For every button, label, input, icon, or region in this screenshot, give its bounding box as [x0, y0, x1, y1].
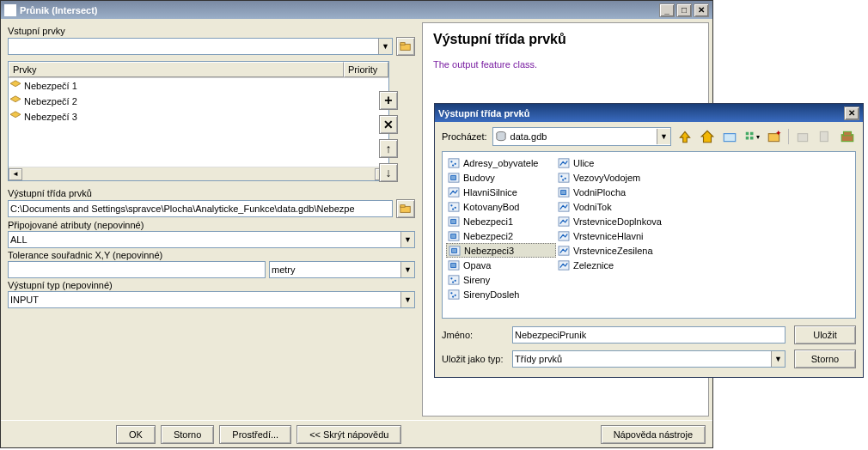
- type-label: Uložit jako typ:: [442, 354, 504, 364]
- svg-rect-39: [559, 173, 569, 181]
- chevron-down-icon[interactable]: ▼: [400, 232, 414, 247]
- svg-point-32: [455, 279, 456, 281]
- browse-output-button[interactable]: [396, 199, 415, 218]
- add-button[interactable]: +: [379, 91, 398, 110]
- list-item[interactable]: Ulice: [556, 155, 666, 170]
- window-icon: [4, 4, 16, 16]
- chevron-down-icon[interactable]: ▼: [771, 351, 785, 367]
- svg-rect-34: [449, 289, 459, 298]
- svg-point-35: [450, 292, 452, 294]
- parameters-pane: Vstupní prvky ▼ Prvky Priority Nebezpečí…: [1, 19, 422, 420]
- list-item[interactable]: Sireny: [446, 272, 556, 287]
- type-dropdown[interactable]: Třídy prvků ▼: [512, 350, 785, 368]
- minimize-button[interactable]: _: [659, 3, 675, 17]
- save-titlebar: Výstupní třída prvků ✕: [435, 104, 863, 122]
- list-item[interactable]: VrstevniceZesilena: [556, 243, 666, 258]
- svg-point-31: [450, 277, 452, 279]
- ok-button[interactable]: OK: [116, 425, 156, 444]
- file-list[interactable]: Adresy_obyvateleBudovyHlavniSilniceKotov…: [442, 151, 856, 319]
- file-name: Zeleznice: [573, 260, 614, 271]
- svg-text:✦: ✦: [775, 129, 782, 137]
- file-name: Adresy_obyvatele: [463, 158, 538, 168]
- input-features-dropdown[interactable]: ▼: [8, 38, 393, 55]
- file-name: Nebezpeci1: [463, 216, 513, 227]
- row-name: Nebezpečí 3: [22, 112, 344, 122]
- up-one-level-icon[interactable]: [676, 128, 694, 145]
- list-item[interactable]: SirenyDosleh: [446, 287, 556, 301]
- maximize-button[interactable]: □: [676, 3, 692, 17]
- window-title: Průnik (Intersect): [20, 5, 97, 15]
- chevron-down-icon[interactable]: ▼: [378, 39, 392, 54]
- table-row[interactable]: Nebezpečí 1: [9, 78, 388, 94]
- views-icon[interactable]: ▾: [743, 128, 761, 145]
- save-dialog: Výstupní třída prvků ✕ Procházet: data.g…: [434, 103, 864, 378]
- cancel-button[interactable]: Storno: [161, 425, 214, 444]
- svg-rect-45: [559, 216, 569, 225]
- list-item[interactable]: Adresy_obyvatele: [446, 155, 556, 170]
- list-item[interactable]: Nebezpeci1: [446, 214, 556, 228]
- list-item[interactable]: Zeleznice: [556, 258, 666, 272]
- move-down-button[interactable]: ↓: [379, 163, 398, 182]
- browse-input-button[interactable]: [396, 37, 415, 56]
- join-attrs-dropdown[interactable]: ALL ▼: [8, 231, 415, 248]
- name-label: Jméno:: [442, 330, 504, 340]
- svg-rect-48: [559, 260, 569, 269]
- table-row[interactable]: Nebezpečí 3: [9, 109, 388, 125]
- tool-help-button[interactable]: Nápověda nástroje: [601, 425, 706, 444]
- list-item[interactable]: Nebezpeci3: [446, 243, 556, 258]
- table-row[interactable]: Nebezpečí 2: [9, 94, 388, 109]
- tolerance-label: Tolerance souřadnic X,Y (nepovinné): [8, 250, 415, 260]
- save-button[interactable]: Uložit: [794, 325, 856, 344]
- list-item[interactable]: VrstevniceDoplnkova: [556, 214, 666, 228]
- tolerance-input[interactable]: [8, 261, 266, 278]
- list-item[interactable]: Nebezpeci2: [446, 228, 556, 243]
- list-item[interactable]: VrstevniceHlavni: [556, 228, 666, 243]
- file-name: Nebezpeci3: [464, 246, 514, 256]
- file-name: VrstevniceZesilena: [573, 246, 653, 256]
- save-close-button[interactable]: ✕: [844, 106, 859, 120]
- connect-folder-icon[interactable]: [721, 128, 738, 145]
- svg-point-42: [562, 179, 564, 180]
- col-features[interactable]: Prvky: [9, 62, 344, 77]
- output-path-input[interactable]: [8, 200, 393, 217]
- svg-rect-7: [750, 132, 754, 136]
- geodatabase-icon: [495, 131, 507, 142]
- horizontal-scrollbar[interactable]: ◄►: [9, 167, 388, 180]
- tolerance-unit-dropdown[interactable]: metry ▼: [269, 261, 415, 278]
- hide-help-button[interactable]: << Skrýt nápovědu: [296, 425, 401, 444]
- list-item[interactable]: KotovanyBod: [446, 199, 556, 214]
- close-button[interactable]: ✕: [694, 3, 709, 17]
- name-input[interactable]: [512, 326, 785, 344]
- environments-button[interactable]: Prostředí...: [219, 425, 291, 444]
- list-item[interactable]: VodniPlocha: [556, 185, 666, 199]
- list-item[interactable]: HlavniSilnice: [446, 185, 556, 199]
- svg-point-36: [455, 294, 456, 295]
- chevron-down-icon[interactable]: ▼: [400, 292, 414, 307]
- features-table: Prvky Priority Nebezpečí 1Nebezpečí 2Neb…: [8, 61, 389, 181]
- new-folder-icon[interactable]: ✦: [766, 128, 783, 145]
- row-name: Nebezpečí 2: [22, 96, 344, 106]
- list-item[interactable]: VodniTok: [556, 199, 666, 214]
- layer-icon: [9, 80, 22, 92]
- file-name: Opava: [463, 260, 491, 271]
- toolbox-icon[interactable]: [839, 128, 856, 145]
- chevron-down-icon[interactable]: ▼: [657, 129, 670, 144]
- file-name: VezovyVodojem: [573, 173, 640, 183]
- col-priority[interactable]: Priority: [344, 62, 388, 77]
- list-item[interactable]: Opava: [446, 258, 556, 272]
- file-name: VrstevniceDoplnkova: [573, 216, 662, 227]
- svg-rect-16: [449, 158, 459, 167]
- file-name: VrstevniceHlavni: [573, 231, 644, 241]
- copy-icon: [816, 128, 834, 145]
- output-type-dropdown[interactable]: INPUT ▼: [8, 291, 415, 308]
- svg-rect-46: [559, 231, 569, 240]
- list-item[interactable]: VezovyVodojem: [556, 170, 666, 185]
- remove-button[interactable]: ✕: [379, 115, 398, 134]
- chevron-down-icon[interactable]: ▼: [400, 262, 414, 277]
- move-up-button[interactable]: ↑: [379, 139, 398, 158]
- svg-point-37: [452, 295, 454, 297]
- list-item[interactable]: Budovy: [446, 170, 556, 185]
- home-icon[interactable]: [699, 128, 716, 145]
- save-cancel-button[interactable]: Storno: [794, 350, 856, 368]
- lookin-dropdown[interactable]: data.gdb ▼: [492, 127, 671, 146]
